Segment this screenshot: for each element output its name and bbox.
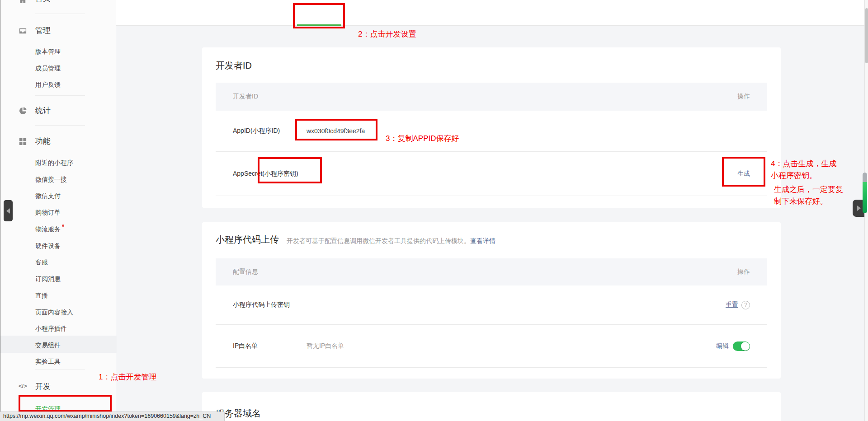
sidebar-item-customer-service[interactable]: 客服 [35, 258, 48, 266]
sidebar-item-home[interactable]: 首页 [35, 0, 51, 3]
sidebar-item-hardware-devices[interactable]: 硬件设备 [35, 242, 61, 250]
toggle-knob [741, 342, 750, 351]
table-row-appsecret: AppSecret(小程序密钥) 生成 [216, 152, 767, 196]
upload-key-label: 小程序代码上传密钥 [233, 301, 337, 309]
table-header: 配置信息 操作 [216, 258, 767, 285]
table-row-appid: AppID(小程序ID) wx030f0cd49f3ee2fa [216, 111, 767, 152]
ip-whitelist-toggle[interactable] [733, 341, 750, 351]
annotation-step1: 1：点击开发管理 [99, 371, 156, 383]
card-title-code-upload: 小程序代码上传 [216, 234, 279, 245]
sidebar-item-subscribe-messages[interactable]: 订阅消息 [35, 275, 61, 283]
code-upload-card: 小程序代码上传 开发者可基于配置信息调用微信开发者工具提供的代码上传模块。查看详… [202, 222, 781, 379]
sidebar-group-stats[interactable]: 统计 [35, 106, 51, 115]
reset-button[interactable]: 重置 [726, 301, 738, 309]
header-col-action: 操作 [737, 268, 750, 276]
sidebar-item-logistics-service[interactable]: 物流服务 [35, 225, 64, 233]
chevron-right-icon [857, 206, 861, 211]
inner-scrollbar-cap [863, 173, 867, 182]
sidebar-item-user-feedback[interactable]: 用户反馈 [35, 81, 61, 89]
table-row-ip-whitelist: IP白名单 暂无IP白名单 编辑 [216, 325, 767, 368]
sidebar-item-experiment-tools[interactable]: 实验工具 [35, 358, 61, 365]
sidebar-item-label: 物流服务 [35, 225, 61, 233]
card-subtitle: 开发者可基于配置信息调用微信开发者工具提供的代码上传模块。查看详情 [287, 237, 495, 245]
pie-chart-icon [19, 107, 27, 115]
chevron-left-icon [6, 208, 10, 214]
sidebar-group-develop[interactable]: 开发 [35, 382, 51, 391]
annotation-step4a: 4：点击生成，生成 小程序密钥。 [771, 158, 868, 182]
header-col-config-info: 配置信息 [233, 268, 258, 276]
active-tab-underline [297, 24, 341, 26]
code-upload-description: 开发者可基于配置信息调用微信开发者工具提供的代码上传模块。 [287, 237, 470, 244]
sidebar-collapse-button[interactable] [4, 200, 13, 221]
table-row-upload-key: 小程序代码上传密钥 重置 ? [216, 285, 767, 325]
code-upload-table: 配置信息 操作 小程序代码上传密钥 重置 ? IP白名单 暂无IP白名单 编辑 [216, 258, 767, 368]
server-domain-card: 服务器域名 [202, 392, 781, 421]
appsecret-label: AppSecret(小程序密钥) [233, 170, 307, 178]
sidebar-group-features[interactable]: 功能 [35, 137, 51, 146]
developer-id-card: 开发者ID 开发者ID 操作 AppID(小程序ID) wx030f0cd49f… [202, 47, 781, 208]
appid-value: wx030f0cd49f3ee2fa [307, 127, 365, 135]
help-icon[interactable]: ? [741, 301, 750, 309]
red-dot-badge [62, 225, 64, 227]
sidebar: 首页 管理 版本管理 成员管理 用户反馈 统计 功能 附近的小程序 微信搜一搜 … [0, 0, 116, 421]
sidebar-group-manage[interactable]: 管理 [35, 26, 51, 35]
ip-whitelist-label: IP白名单 [233, 342, 307, 350]
header-col-developer-id: 开发者ID [233, 93, 258, 101]
browser-scrollbar-thumb[interactable] [865, 8, 868, 63]
appid-label: AppID(小程序ID) [233, 127, 307, 135]
divider [35, 125, 85, 126]
sidebar-item-wechat-pay[interactable]: 微信支付 [35, 192, 61, 200]
card-title-developer-id: 开发者ID [216, 60, 252, 71]
sidebar-item-shopping-orders[interactable]: 购物订单 [35, 209, 61, 216]
divider [35, 95, 85, 96]
generate-button[interactable]: 生成 [737, 170, 750, 178]
inner-scrollbar-green [863, 182, 867, 213]
developer-id-table: 开发者ID 操作 AppID(小程序ID) wx030f0cd49f3ee2fa… [216, 83, 767, 196]
sidebar-item-page-content-access[interactable]: 页面内容接入 [35, 309, 73, 316]
code-icon: </> [19, 383, 27, 391]
status-bar-link-preview: https://mp.weixin.qq.com/wxamp/minishop/… [0, 412, 225, 421]
inbox-icon [19, 27, 27, 35]
inner-scrollbar-thumb[interactable] [863, 173, 867, 213]
sidebar-item-member-manage[interactable]: 成员管理 [35, 65, 61, 72]
annotation-step2: 2：点击开发设置 [358, 28, 416, 40]
edit-button[interactable]: 编辑 [716, 342, 729, 350]
sidebar-item-nearby-miniprogram[interactable]: 附近的小程序 [35, 159, 73, 167]
grid-icon [19, 137, 27, 146]
sidebar-item-trade-components[interactable]: 交易组件 [35, 341, 61, 349]
view-details-link[interactable]: 查看详情 [470, 237, 495, 244]
ip-whitelist-value: 暂无IP白名单 [307, 342, 344, 350]
home-icon [19, 0, 27, 4]
sidebar-item-live[interactable]: 直播 [35, 292, 48, 299]
sidebar-item-miniprogram-plugins[interactable]: 小程序插件 [35, 325, 67, 332]
tab-bar [116, 0, 868, 26]
wechat-miniprogram-console: 首页 管理 版本管理 成员管理 用户反馈 统计 功能 附近的小程序 微信搜一搜 … [0, 0, 868, 421]
table-header: 开发者ID 操作 [216, 83, 767, 111]
annotation-step3: 3：复制APPID保存好 [386, 133, 459, 145]
divider [35, 14, 85, 14]
sidebar-item-wechat-search[interactable]: 微信搜一搜 [35, 176, 67, 183]
divider [35, 370, 85, 370]
sidebar-item-version-manage[interactable]: 版本管理 [35, 48, 61, 56]
header-col-action: 操作 [737, 93, 750, 101]
